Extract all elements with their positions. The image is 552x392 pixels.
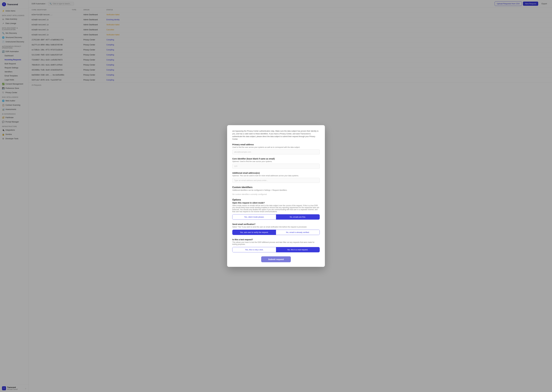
custom-identifiers-title: Custom identifiers bbox=[232, 186, 320, 189]
additional-email-field: Additional email address(es) Optional. T… bbox=[232, 172, 320, 183]
core-identifier-hint: Optional. Used to find the user across y… bbox=[232, 161, 320, 162]
no-custom-text: No custom identifiers currently configur… bbox=[232, 193, 320, 195]
email-verification-option: Send email verification? Select "Yes" if… bbox=[232, 223, 320, 235]
primary-email-hint: Used to find the user across your system… bbox=[232, 146, 320, 148]
primary-email-field: Primary email address Used to find the u… bbox=[232, 143, 320, 154]
primary-email-label: Primary email address bbox=[232, 143, 320, 146]
custom-identifiers-hint: Additional identifiers can be configured… bbox=[232, 189, 320, 191]
additional-email-hint: Optional. This can be used to look for m… bbox=[232, 175, 320, 177]
core-identifier-field: Core identifier (leave blank if same as … bbox=[232, 158, 320, 169]
modal-warning-text: are bypassing the Privacy Center authent… bbox=[232, 130, 320, 140]
email-verification-hint: Select "Yes" if you wish to send the use… bbox=[232, 226, 320, 228]
additional-email-input[interactable] bbox=[232, 178, 320, 183]
submit-request-button[interactable]: Submit request bbox=[261, 256, 291, 262]
test-request-hint: This allows your team to test the DSR fu… bbox=[232, 241, 320, 245]
test-request-no-button[interactable]: No, this is a real request. bbox=[276, 247, 320, 252]
new-request-modal: are bypassing the Privacy Center authent… bbox=[227, 125, 325, 267]
test-request-yes-button[interactable]: Yes, this is only a test. bbox=[232, 247, 276, 252]
silent-mode-yes-button[interactable]: Yes, silent mode please. bbox=[232, 214, 276, 219]
custom-identifiers-section: Custom identifiers Additional identifier… bbox=[232, 186, 320, 195]
email-verification-label: Send email verification? bbox=[232, 223, 320, 225]
core-identifier-label: Core identifier (leave blank if same as … bbox=[232, 158, 320, 160]
submit-row: Submit request bbox=[232, 256, 320, 262]
test-request-option: Is this a test request? This allows your… bbox=[232, 238, 320, 252]
primary-email-input[interactable] bbox=[232, 149, 320, 154]
test-request-toggle: Yes, this is only a test. No, this is a … bbox=[232, 247, 320, 252]
email-verification-no-button[interactable]: No, email is already verified. bbox=[276, 230, 320, 235]
silent-mode-toggle: Yes, silent mode please. No, emails are … bbox=[232, 214, 320, 220]
options-title: Options bbox=[232, 198, 320, 201]
email-verification-toggle: Yes, ask user to verify the request. No,… bbox=[232, 230, 320, 235]
additional-email-label: Additional email address(es) bbox=[232, 172, 320, 174]
test-request-label: Is this a test request? bbox=[232, 238, 320, 241]
email-verification-yes-button[interactable]: Yes, ask user to verify the request. bbox=[232, 230, 276, 235]
silent-mode-option: Open this request in silent mode? Silent… bbox=[232, 202, 320, 220]
silent-mode-label: Open this request in silent mode? bbox=[232, 202, 320, 204]
silent-mode-no-button[interactable]: No, emails are fine. bbox=[276, 214, 320, 219]
core-identifier-input[interactable] bbox=[232, 164, 320, 169]
silent-mode-hint: Silent mode means no emails will be sent… bbox=[232, 204, 320, 213]
modal-overlay[interactable]: are bypassing the Privacy Center authent… bbox=[0, 0, 552, 392]
